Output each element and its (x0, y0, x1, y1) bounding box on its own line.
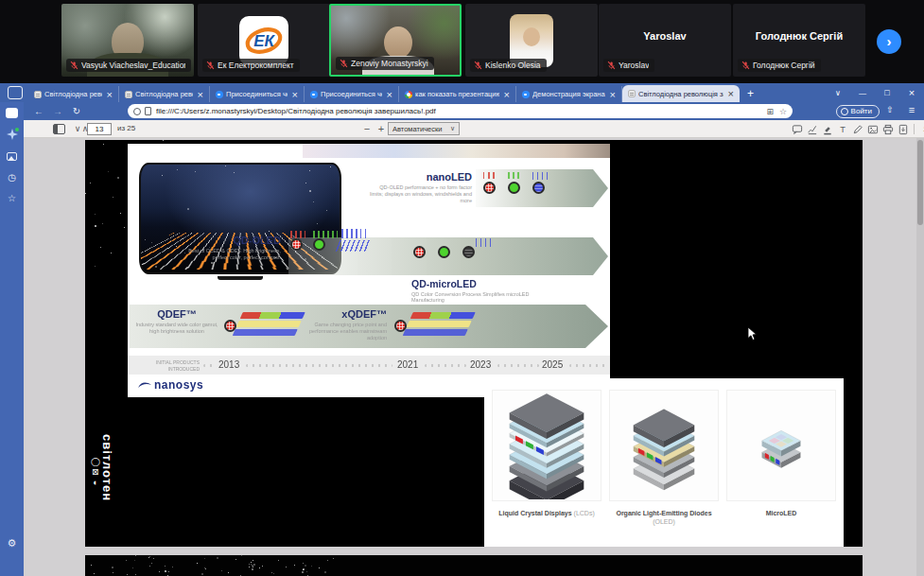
galaxy-banner (303, 144, 610, 158)
workspaces-icon (6, 108, 18, 118)
zoom-mode-select[interactable]: Автоматически∨ (388, 122, 460, 135)
mouse-cursor (747, 327, 758, 341)
url-text[interactable]: file:///C:/Users/z.monastyrskyi/Desktop/… (156, 107, 760, 115)
signature-tool-button[interactable] (805, 123, 819, 135)
next-page-button[interactable] (71, 122, 84, 135)
maximize-button[interactable] (875, 88, 899, 97)
display-caption-lcd: Liquid Crystal Displays (LCDs) (492, 509, 601, 517)
participant-tile-avatar[interactable]: Kislenko Olesia (465, 4, 598, 77)
bookmark-star-icon[interactable] (779, 107, 787, 116)
site-info-icon[interactable] (133, 108, 141, 115)
zoom-out-button[interactable] (360, 122, 374, 135)
install-app-icon[interactable] (766, 107, 774, 116)
refresh-icon[interactable] (67, 106, 86, 116)
gear-icon (8, 537, 17, 550)
tab-close-icon[interactable] (105, 89, 114, 100)
print-button[interactable] (880, 123, 895, 135)
roadmap-item-qd-oled: QD-OLED Best of OLED & QDEF. High bright… (181, 236, 281, 261)
draw-tool-button[interactable] (850, 123, 864, 135)
browser-address-bar: file:///C:/Users/z.monastyrskyi/Desktop/… (24, 102, 924, 120)
item-title: xQDEF™ (300, 309, 387, 320)
tab-close-icon[interactable] (726, 88, 736, 99)
url-field[interactable]: file:///C:/Users/z.monastyrskyi/Desktop/… (128, 104, 793, 118)
browser-tab[interactable]: как показать презентацию в з (399, 86, 516, 102)
tab-actions-menu-icon[interactable] (8, 86, 23, 99)
comb-graphic (336, 240, 372, 252)
timeline-dots (497, 364, 539, 367)
toolbar-divider (914, 124, 915, 134)
scrollbar-thumb[interactable] (917, 140, 923, 225)
roadmap-item-qd-microled: QD-microLED QD Color Conversion Process … (411, 279, 544, 304)
browser-tab-active[interactable]: Світлодіодна революція заверши (622, 85, 740, 102)
sign-in-button[interactable]: Войти (836, 105, 880, 118)
new-tab-button[interactable]: + (740, 87, 761, 102)
display-types-panel: Liquid Crystal Displays (LCDs) Organic L… (484, 378, 844, 547)
share-icon[interactable] (880, 105, 900, 114)
item-desc: Game changing price point and performanc… (300, 322, 387, 341)
image-tool-button[interactable] (865, 123, 880, 135)
vertical-scrollbar[interactable] (916, 138, 924, 576)
mic-muted-icon (741, 61, 750, 70)
sidebar-media-button[interactable] (3, 148, 21, 164)
next-participants-button[interactable] (877, 29, 901, 54)
save-button[interactable] (896, 123, 910, 135)
mic-muted-icon (340, 59, 348, 68)
pdf-viewport: nanoLED QD-OLED performance + no form fa… (24, 138, 924, 576)
sidebar-history-button[interactable] (3, 169, 21, 184)
browser-tab[interactable]: Світлодіодна революція завершил (119, 86, 210, 102)
forward-icon[interactable] (48, 106, 67, 116)
tab-close-icon[interactable] (290, 89, 300, 100)
text-tool-button[interactable]: T (835, 123, 849, 135)
tab-title: Присоединиться через прило (321, 90, 382, 98)
more-tools-icon[interactable] (918, 122, 924, 135)
qdef-film-stack (232, 312, 305, 337)
sidebar-settings-button[interactable] (3, 535, 21, 550)
participant-display-name: Yaroslav (643, 30, 686, 42)
sidebar-favorites-button[interactable] (3, 190, 21, 205)
browser-tab[interactable]: Присоединиться через прило (210, 86, 305, 102)
qd-dot-red (413, 246, 426, 258)
participant-name-label: Голоднюк Сергій (738, 59, 821, 72)
zoom-favicon (216, 91, 223, 98)
browser-tab[interactable]: Присоединиться через прило (305, 86, 399, 102)
sidebar-copilot-button[interactable] (3, 127, 21, 142)
browser-tab[interactable]: Світлодіодна революція завершил (28, 86, 119, 102)
mic-muted-icon (206, 61, 215, 70)
tab-close-icon[interactable] (385, 89, 394, 100)
star-icon (8, 192, 16, 203)
clock-icon (8, 171, 16, 183)
participant-tile-logo[interactable]: ЕК Ек Електрокомплект (198, 4, 330, 77)
pdf-sidebar-toggle[interactable] (50, 122, 67, 135)
comb-graphic (483, 172, 497, 179)
item-desc: Best of OLED & QDEF. High brightness, pe… (181, 248, 281, 261)
page-number-input[interactable] (87, 123, 112, 135)
pdf-favicon (125, 91, 132, 98)
back-icon[interactable] (29, 106, 48, 116)
participant-tile-active-speaker[interactable]: Zenoviy Monastyrskyi (329, 4, 462, 77)
tab-close-icon[interactable] (608, 89, 618, 100)
zoom-in-button[interactable] (375, 122, 388, 135)
tab-close-icon[interactable] (196, 89, 205, 100)
tab-close-icon[interactable] (502, 89, 512, 100)
participant-name-label: Vasyuk Viacheslav_Education ... (66, 59, 191, 72)
mic-muted-icon (70, 61, 78, 70)
browser-tab[interactable]: Демонстрация экрана презен (516, 86, 622, 102)
watermark-text: світлотен (100, 434, 114, 501)
highlight-tool-button[interactable] (820, 123, 834, 135)
minimize-button[interactable] (850, 88, 875, 97)
mic-muted-icon (607, 61, 616, 70)
comment-tool-button[interactable] (790, 123, 804, 135)
pdf-favicon (34, 91, 42, 98)
xqdef-film-stack (402, 312, 476, 337)
browser-menu-icon[interactable] (901, 104, 922, 115)
participant-tile-name-only[interactable]: Yaroslav Yaroslav (599, 4, 731, 77)
participant-tile-video[interactable]: Vasyuk Viacheslav_Education ... (61, 4, 194, 77)
tab-title: Світлодіодна революція завершил (135, 90, 193, 98)
participant-name-label: Kislenko Olesia (470, 59, 547, 72)
qd-dot-dark (462, 246, 475, 258)
tab-search-icon[interactable] (826, 88, 850, 97)
sidebar-workspaces-button[interactable] (3, 105, 21, 120)
item-desc: QD-OLED performance + no form factor lim… (366, 184, 472, 204)
participant-tile-name-only[interactable]: Голоднюк Сергій Голоднюк Сергій (733, 4, 865, 77)
close-window-button[interactable] (899, 87, 924, 98)
